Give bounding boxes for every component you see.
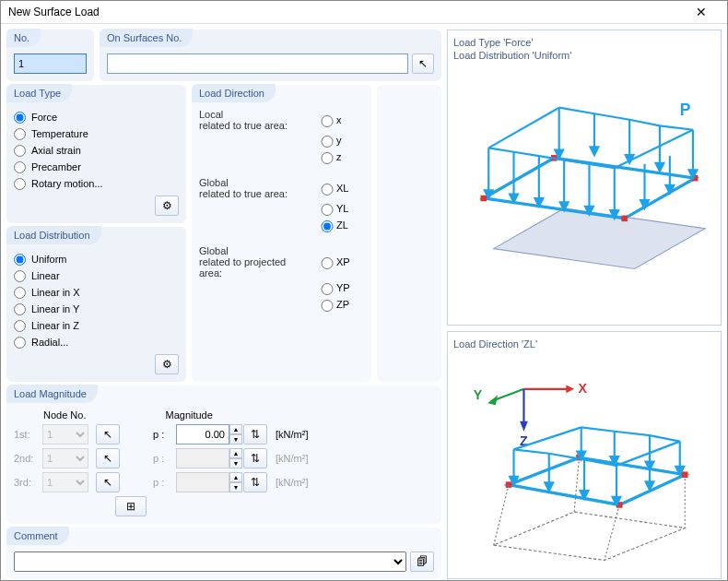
spacer-group [377,85,441,382]
spin-up-icon[interactable]: ▲ [229,424,242,434]
svg-text:Y: Y [474,386,483,401]
radio-rotary-motion[interactable]: Rotary motion... [14,175,179,192]
dir-zp-label: ZP [336,299,364,310]
load-type-title: Load Type [6,84,72,102]
svg-marker-27 [591,147,599,155]
row-2-label: 2nd: [14,453,40,464]
settings-icon: ⚙ [162,358,172,371]
comment-library-button[interactable]: 🗐 [410,551,434,572]
opt-label: Linear [31,270,60,281]
radio-uniform[interactable]: Uniform [14,251,179,267]
left-pane: No. On Surfaces No. ↖ L [6,30,441,579]
dir-xp[interactable] [321,257,334,269]
radio-radial[interactable]: Radial... [14,334,179,350]
radio-linear[interactable]: Linear [14,267,179,284]
svg-marker-31 [656,163,664,172]
svg-marker-0 [494,208,705,269]
surfaces-label: On Surfaces No. [100,29,193,47]
row-1-stepper[interactable]: ⇅ [243,424,267,445]
row-2-stepper: ⇅ [243,448,267,468]
svg-marker-39 [520,421,528,431]
radio-axial-strain[interactable]: Axial strain [14,142,179,159]
row-1-pick[interactable]: ↖ [96,424,120,445]
stepper-icon: ⇅ [251,476,260,489]
row-1-unit: [kN/m²] [276,429,326,440]
row-1-value[interactable]: ▲▼ [176,424,241,445]
preview-top-line1: Load Type 'Force' [453,36,715,49]
svg-marker-50 [545,482,553,491]
radio-force[interactable]: Force [14,109,179,125]
preview-top-line2: Load Distribution 'Uniform' [453,49,715,62]
dir-global-true-label: Global related to true area: [199,177,316,199]
group-comment: Comment 🗐 [6,528,441,579]
no-input[interactable] [14,53,87,74]
group-load-distribution: Load Distribution Uniform Linear Linear … [6,227,186,382]
comment-title: Comment [6,527,69,545]
dialog-window: New Surface Load ✕ No. On Surfaces No. ↖ [0,0,728,581]
dir-xl-label: XL [336,183,364,194]
opt-label: Force [31,112,57,123]
surfaces-input[interactable] [107,53,408,74]
opt-label: Precamber [31,161,81,172]
pick-surfaces-button[interactable]: ↖ [412,53,434,74]
row-3-value: ▲▼ [176,472,241,492]
stepper-icon: ⇅ [251,452,260,465]
dir-x[interactable] [321,115,334,127]
load-distribution-info-button[interactable]: ⚙ [155,354,179,374]
svg-rect-2 [480,196,487,202]
opt-label: Temperature [31,128,88,139]
preview-bottom: Load Direction 'ZL' X Y Z [447,331,722,579]
dir-xl[interactable] [321,184,334,196]
row-1-label: 1st: [14,429,40,440]
row-2-node: 1 [42,448,88,468]
p-label-svg: P [680,101,691,119]
load-distribution-title: Load Distribution [6,226,101,244]
pick-icon: ↖ [103,452,112,465]
col-node-header: Node No. [43,409,86,421]
close-button[interactable]: ✕ [683,1,720,23]
row-3-node: 1 [42,472,88,492]
magnitude-multi-button[interactable]: ⊞ [115,496,147,516]
right-pane: Load Type 'Force' Load Distribution 'Uni… [447,30,722,579]
dir-yl[interactable] [321,204,334,216]
svg-line-66 [605,504,619,560]
load-magnitude-title: Load Magnitude [6,385,98,403]
radio-precamber[interactable]: Precamber [14,159,179,175]
radio-linear-x[interactable]: Linear in X [14,284,179,301]
dir-y[interactable] [321,136,334,148]
dir-z[interactable] [321,152,334,164]
preview-bottom-title: Load Direction 'ZL' [453,338,715,350]
col-mag-header: Magnitude [159,409,212,421]
dir-yp-label: YP [336,282,364,293]
multi-icon: ⊞ [126,500,135,513]
dir-zp[interactable] [321,300,334,312]
no-label: No. [6,29,41,47]
row-1-p-label: p : [153,429,173,440]
row-2-pick[interactable]: ↖ [96,448,120,468]
content-area: No. On Surfaces No. ↖ L [1,24,727,581]
load-type-info-button[interactable]: ⚙ [155,196,179,216]
opt-label: Linear in Y [31,303,79,314]
opt-label: Axial strain [31,145,81,156]
group-load-magnitude: Load Magnitude Node No. Magnitude 1st: 1… [6,385,441,524]
group-load-type: Load Type Force Temperature Axial strain… [6,85,186,223]
svg-marker-36 [487,395,498,405]
group-load-direction: Load Direction Local related to true are… [192,85,371,382]
row-2-p-label: p : [153,453,173,464]
dir-global-proj-label: Global related to projected area: [199,245,316,279]
opt-label: Radial... [31,337,68,348]
radio-linear-z[interactable]: Linear in Z [14,317,179,334]
svg-line-65 [494,484,509,545]
dir-zl[interactable] [321,220,334,232]
opt-label: Uniform [31,254,67,265]
comment-combo[interactable] [14,551,406,572]
spin-down-icon[interactable]: ▼ [229,434,242,445]
dir-yp[interactable] [321,283,334,295]
svg-line-68 [574,457,579,512]
radio-temperature[interactable]: Temperature [14,125,179,142]
opt-label: Linear in X [31,287,80,298]
dir-z-label: z [336,151,364,162]
radio-linear-y[interactable]: Linear in Y [14,301,179,317]
row-3-pick[interactable]: ↖ [96,472,120,492]
stepper-icon: ⇅ [251,428,260,441]
